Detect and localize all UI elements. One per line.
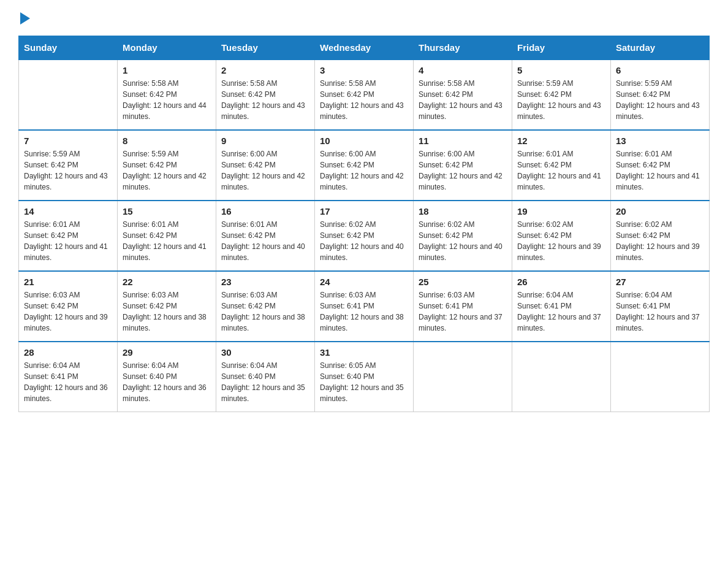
calendar-cell: 24Sunrise: 6:03 AMSunset: 6:41 PMDayligh… [315,271,414,342]
calendar-cell: 21Sunrise: 6:03 AMSunset: 6:42 PMDayligh… [19,271,118,342]
calendar-cell: 3Sunrise: 5:58 AMSunset: 6:42 PMDaylight… [315,59,414,130]
day-number: 26 [517,277,605,287]
calendar-cell: 31Sunrise: 6:05 AMSunset: 6:40 PMDayligh… [315,342,414,412]
day-number: 11 [419,136,507,146]
weekday-header-row: SundayMondayTuesdayWednesdayThursdayFrid… [19,36,710,60]
calendar-cell: 29Sunrise: 6:04 AMSunset: 6:40 PMDayligh… [118,342,216,412]
logo-triangle-icon [20,12,30,25]
day-info: Sunrise: 5:58 AMSunset: 6:42 PMDaylight:… [221,78,309,122]
day-number: 15 [123,206,211,216]
calendar-table: SundayMondayTuesdayWednesdayThursdayFrid… [18,36,710,412]
day-info: Sunrise: 6:04 AMSunset: 6:41 PMDaylight:… [24,360,112,404]
calendar-cell: 11Sunrise: 6:00 AMSunset: 6:42 PMDayligh… [414,130,512,201]
calendar-cell [414,342,512,412]
day-number: 28 [24,347,112,358]
day-info: Sunrise: 5:58 AMSunset: 6:42 PMDaylight:… [123,78,211,122]
calendar-cell: 26Sunrise: 6:04 AMSunset: 6:41 PMDayligh… [512,271,611,342]
weekday-header-tuesday: Tuesday [216,36,315,60]
day-info: Sunrise: 6:03 AMSunset: 6:41 PMDaylight:… [320,289,408,334]
calendar-header: SundayMondayTuesdayWednesdayThursdayFrid… [19,36,710,60]
day-info: Sunrise: 6:02 AMSunset: 6:42 PMDaylight:… [419,219,507,263]
day-number: 6 [616,65,704,75]
calendar-cell: 28Sunrise: 6:04 AMSunset: 6:41 PMDayligh… [19,342,118,412]
week-row-2: 7Sunrise: 5:59 AMSunset: 6:42 PMDaylight… [19,130,710,201]
day-number: 3 [320,65,408,75]
day-number: 10 [320,136,408,146]
week-row-3: 14Sunrise: 6:01 AMSunset: 6:42 PMDayligh… [19,201,710,271]
calendar-cell [611,342,710,412]
day-number: 8 [123,136,211,146]
day-info: Sunrise: 5:59 AMSunset: 6:42 PMDaylight:… [24,148,112,193]
logo [18,12,30,26]
day-number: 27 [616,277,704,287]
calendar-cell: 20Sunrise: 6:02 AMSunset: 6:42 PMDayligh… [611,201,710,271]
calendar-cell: 5Sunrise: 5:59 AMSunset: 6:42 PMDaylight… [512,59,611,130]
calendar-cell: 13Sunrise: 6:01 AMSunset: 6:42 PMDayligh… [611,130,710,201]
day-info: Sunrise: 6:04 AMSunset: 6:40 PMDaylight:… [221,360,309,404]
calendar-cell: 18Sunrise: 6:02 AMSunset: 6:42 PMDayligh… [414,201,512,271]
day-info: Sunrise: 6:00 AMSunset: 6:42 PMDaylight:… [320,148,408,193]
day-info: Sunrise: 6:01 AMSunset: 6:42 PMDaylight:… [616,148,704,193]
calendar-cell: 22Sunrise: 6:03 AMSunset: 6:42 PMDayligh… [118,271,216,342]
weekday-header-friday: Friday [512,36,611,60]
day-number: 25 [419,277,507,287]
calendar-cell: 27Sunrise: 6:04 AMSunset: 6:41 PMDayligh… [611,271,710,342]
day-number: 5 [517,65,605,75]
calendar-cell: 9Sunrise: 6:00 AMSunset: 6:42 PMDaylight… [216,130,315,201]
day-info: Sunrise: 6:04 AMSunset: 6:40 PMDaylight:… [123,360,211,404]
day-info: Sunrise: 6:02 AMSunset: 6:42 PMDaylight:… [616,219,704,263]
day-info: Sunrise: 5:58 AMSunset: 6:42 PMDaylight:… [419,78,507,122]
day-number: 23 [221,277,309,287]
calendar-cell: 30Sunrise: 6:04 AMSunset: 6:40 PMDayligh… [216,342,315,412]
calendar-cell: 8Sunrise: 5:59 AMSunset: 6:42 PMDaylight… [118,130,216,201]
day-info: Sunrise: 5:59 AMSunset: 6:42 PMDaylight:… [517,78,605,122]
week-row-5: 28Sunrise: 6:04 AMSunset: 6:41 PMDayligh… [19,342,710,412]
day-info: Sunrise: 6:03 AMSunset: 6:42 PMDaylight:… [221,289,309,334]
day-info: Sunrise: 6:03 AMSunset: 6:41 PMDaylight:… [419,289,507,334]
day-info: Sunrise: 6:03 AMSunset: 6:42 PMDaylight:… [123,289,211,334]
page-header [18,12,710,26]
day-number: 2 [221,65,309,75]
day-info: Sunrise: 6:04 AMSunset: 6:41 PMDaylight:… [517,289,605,334]
weekday-header-monday: Monday [118,36,216,60]
calendar-cell: 23Sunrise: 6:03 AMSunset: 6:42 PMDayligh… [216,271,315,342]
day-number: 29 [123,347,211,358]
weekday-header-sunday: Sunday [19,36,118,60]
day-info: Sunrise: 6:01 AMSunset: 6:42 PMDaylight:… [24,219,112,263]
day-number: 31 [320,347,408,358]
day-info: Sunrise: 6:04 AMSunset: 6:41 PMDaylight:… [616,289,704,334]
day-number: 24 [320,277,408,287]
calendar-cell: 10Sunrise: 6:00 AMSunset: 6:42 PMDayligh… [315,130,414,201]
weekday-header-saturday: Saturday [611,36,710,60]
calendar-body: 1Sunrise: 5:58 AMSunset: 6:42 PMDaylight… [19,59,710,412]
calendar-cell: 4Sunrise: 5:58 AMSunset: 6:42 PMDaylight… [414,59,512,130]
calendar-cell: 16Sunrise: 6:01 AMSunset: 6:42 PMDayligh… [216,201,315,271]
day-info: Sunrise: 6:00 AMSunset: 6:42 PMDaylight:… [221,148,309,193]
day-info: Sunrise: 5:59 AMSunset: 6:42 PMDaylight:… [123,148,211,193]
day-number: 16 [221,206,309,216]
calendar-cell: 7Sunrise: 5:59 AMSunset: 6:42 PMDaylight… [19,130,118,201]
day-number: 19 [517,206,605,216]
day-info: Sunrise: 6:01 AMSunset: 6:42 PMDaylight:… [517,148,605,193]
day-info: Sunrise: 6:01 AMSunset: 6:42 PMDaylight:… [123,219,211,263]
day-number: 21 [24,277,112,287]
day-number: 7 [24,136,112,146]
day-info: Sunrise: 6:00 AMSunset: 6:42 PMDaylight:… [419,148,507,193]
calendar-cell: 12Sunrise: 6:01 AMSunset: 6:42 PMDayligh… [512,130,611,201]
weekday-header-wednesday: Wednesday [315,36,414,60]
calendar-cell: 15Sunrise: 6:01 AMSunset: 6:42 PMDayligh… [118,201,216,271]
day-number: 17 [320,206,408,216]
day-number: 18 [419,206,507,216]
day-number: 12 [517,136,605,146]
day-info: Sunrise: 6:02 AMSunset: 6:42 PMDaylight:… [320,219,408,263]
day-number: 1 [123,65,211,75]
calendar-cell: 14Sunrise: 6:01 AMSunset: 6:42 PMDayligh… [19,201,118,271]
week-row-1: 1Sunrise: 5:58 AMSunset: 6:42 PMDaylight… [19,59,710,130]
day-number: 13 [616,136,704,146]
day-info: Sunrise: 6:01 AMSunset: 6:42 PMDaylight:… [221,219,309,263]
day-number: 22 [123,277,211,287]
day-number: 20 [616,206,704,216]
day-info: Sunrise: 5:58 AMSunset: 6:42 PMDaylight:… [320,78,408,122]
calendar-cell: 25Sunrise: 6:03 AMSunset: 6:41 PMDayligh… [414,271,512,342]
day-info: Sunrise: 5:59 AMSunset: 6:42 PMDaylight:… [616,78,704,122]
